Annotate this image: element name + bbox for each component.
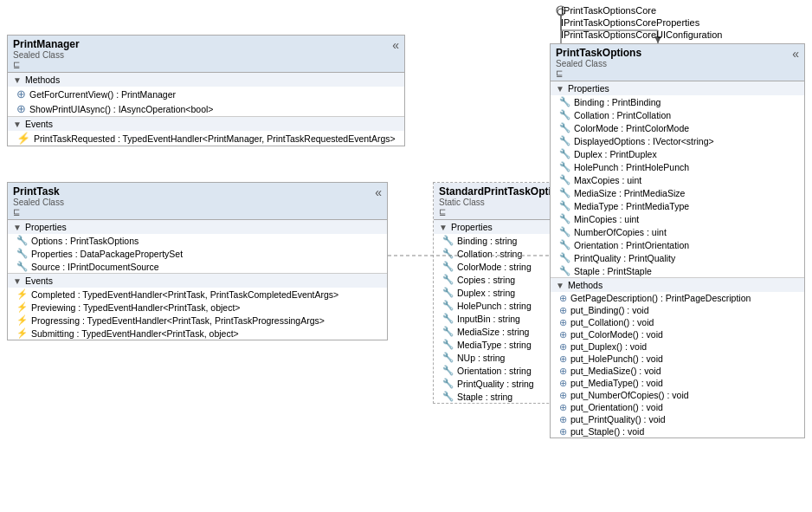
pto-prop-icon-11: 🔧 [559,226,570,237]
pto-prop-icon-9: 🔧 [559,200,570,211]
print-task-events-section: ▼ Events ⚡ Completed : TypedEventHandler… [8,274,387,340]
print-manager-events-header[interactable]: ▼ Events [8,117,404,131]
pto-method-put-printquality: ⊕ put_PrintQuality() : void [551,413,804,425]
print-manager-subtitle: Sealed Class [13,50,80,60]
print-manager-methods-header[interactable]: ▼ Methods [8,73,404,87]
interface-item-3: IPrintTaskOptionsCoreUIConfiguration [561,29,722,41]
pto-properties-section: ▼ Properties 🔧 Binding : PrintBinding 🔧 … [551,81,804,278]
std-prop-icon-3: 🔧 [442,261,454,272]
interface-item-2: IPrintTaskOptionsCoreProperties [561,16,722,29]
std-prop-icon-7: 🔧 [442,313,454,324]
pto-prop-icon-5: 🔧 [559,148,570,159]
print-task-header: PrintTask Sealed Class ⊑ « [8,183,387,220]
print-task-options-title: PrintTaskOptions [556,47,641,59]
events-collapse-icon: ▼ [13,120,22,129]
pto-prop-colormode: 🔧 ColorMode : PrintColorMode [551,121,804,134]
pto-method-icon-7: ⊕ [559,366,567,376]
print-manager-box: PrintManager Sealed Class ⊑ « ▼ Methods … [7,35,405,146]
prop-options: 🔧 Options : PrintTaskOptions [8,234,387,247]
pto-method-icon-12: ⊕ [559,426,567,437]
print-manager-title: PrintManager [13,38,80,50]
std-prop-icon-1: 🔧 [442,235,454,246]
method-show-print-ui-async: ⊕ ShowPrintUIAsync() : IAsyncOperation<b… [8,101,404,116]
pto-method-icon-4: ⊕ [559,329,567,340]
pto-prop-icon-2: 🔧 [559,109,570,120]
method-icon-2: ⊕ [16,102,26,115]
pto-method-put-mediasize: ⊕ put_MediaSize() : void [551,365,804,377]
pto-method-put-numberofcopies: ⊕ put_NumberOfCopies() : void [551,389,804,401]
event-submitting: ⚡ Submitting : TypedEventHandler<PrintTa… [8,327,387,340]
print-task-expand-icon[interactable]: « [375,185,382,199]
pto-prop-binding: 🔧 Binding : PrintBinding [551,95,804,108]
prop-properties: 🔧 Properties : DataPackagePropertySet [8,247,387,260]
diagram-container: IPrintTaskOptionsCore IPrintTaskOptionsC… [0,0,812,512]
print-task-events-header[interactable]: ▼ Events [8,274,387,288]
pto-prop-icon-7: 🔧 [559,174,570,185]
pto-prop-icon-8: 🔧 [559,187,570,198]
pto-methods-header[interactable]: ▼ Methods [551,278,804,292]
pto-prop-duplex: 🔧 Duplex : PrintDuplex [551,147,804,160]
print-task-subtitle: Sealed Class [13,198,64,207]
pto-method-icon-9: ⊕ [559,390,567,400]
pto-prop-mediasize: 🔧 MediaSize : PrintMediaSize [551,186,804,199]
pto-method-getpagedescription: ⊕ GetPageDescription() : PrintPageDescri… [551,292,804,304]
pto-prop-mincopies: 🔧 MinCopies : uint [551,212,804,225]
std-prop-icon-9: 🔧 [442,339,454,350]
pto-prop-mediatype: 🔧 MediaType : PrintMediaType [551,199,804,212]
pto-method-icon-10: ⊕ [559,402,567,412]
method-icon-1: ⊕ [16,87,26,100]
std-prop-icon-2: 🔧 [442,248,454,259]
methods-label: Methods [25,75,60,85]
pto-method-put-mediatype: ⊕ put_MediaType() : void [551,377,804,389]
pto-methods-section: ▼ Methods ⊕ GetPageDescription() : Print… [551,278,804,437]
std-prop-icon-8: 🔧 [442,326,454,337]
print-task-options-box: PrintTaskOptions Sealed Class ⊑ « ▼ Prop… [550,43,805,438]
pto-prop-maxcopies: 🔧 MaxCopies : uint [551,173,804,186]
pto-method-put-binding: ⊕ put_Binding() : void [551,304,804,316]
event-completed: ⚡ Completed : TypedEventHandler<PrintTas… [8,288,387,301]
pto-prop-icon-6: 🔧 [559,161,570,172]
std-prop-icon-10: 🔧 [442,352,454,363]
print-manager-header: PrintManager Sealed Class ⊑ « [8,36,404,73]
print-manager-expand-icon[interactable]: « [392,38,399,52]
pto-prop-numberofcopies: 🔧 NumberOfCopies : uint [551,225,804,238]
pto-prop-icon-12: 🔧 [559,239,570,250]
pto-prop-collation: 🔧 Collation : PrintCollation [551,108,804,121]
event-progressing: ⚡ Progressing : TypedEventHandler<PrintT… [8,314,387,327]
pto-method-icon-6: ⊕ [559,353,567,364]
pto-prop-holepunch: 🔧 HolePunch : PrintHolePunch [551,160,804,173]
std-prop-icon-13: 🔧 [442,391,454,402]
prop-icon-1: 🔧 [16,235,28,246]
event-icon-submitting: ⚡ [16,327,28,339]
pto-method-icon-3: ⊕ [559,317,567,327]
std-prop-icon-12: 🔧 [442,378,454,389]
print-task-options-subtitle: Sealed Class [556,59,641,68]
pto-prop-icon-1: 🔧 [559,96,570,107]
pto-method-icon-5: ⊕ [559,341,567,352]
pto-method-icon-1: ⊕ [559,293,567,303]
event-icon-progressing: ⚡ [16,314,28,326]
print-task-box: PrintTask Sealed Class ⊑ « ▼ Properties … [7,182,388,340]
pto-properties-header[interactable]: ▼ Properties [551,81,804,95]
print-task-options-expand-icon[interactable]: « [792,47,799,61]
pto-method-put-holepunch: ⊕ put_HolePunch() : void [551,353,804,365]
prop-icon-2: 🔧 [16,248,28,259]
event-icon-1: ⚡ [16,132,30,145]
pto-prop-staple: 🔧 Staple : PrintStaple [551,264,804,277]
pto-method-put-collation: ⊕ put_Collation() : void [551,316,804,328]
pto-method-put-duplex: ⊕ put_Duplex() : void [551,340,804,353]
interface-list: IPrintTaskOptionsCore IPrintTaskOptionsC… [561,4,722,41]
print-task-properties-section: ▼ Properties 🔧 Options : PrintTaskOption… [8,220,387,274]
std-prop-icon-6: 🔧 [442,300,454,311]
pto-prop-icon-3: 🔧 [559,122,570,133]
event-icon-completed: ⚡ [16,288,28,300]
print-task-properties-header[interactable]: ▼ Properties [8,220,387,234]
pto-prop-icon-13: 🔧 [559,252,570,263]
prop-source: 🔧 Source : IPrintDocumentSource [8,260,387,273]
event-print-task-requested: ⚡ PrintTaskRequested : TypedEventHandler… [8,131,404,146]
std-prop-icon-5: 🔧 [442,287,454,298]
std-prop-icon-11: 🔧 [442,365,454,376]
methods-collapse-icon: ▼ [13,75,22,85]
interface-item-1: IPrintTaskOptionsCore [561,4,722,16]
events-label: Events [25,119,53,129]
